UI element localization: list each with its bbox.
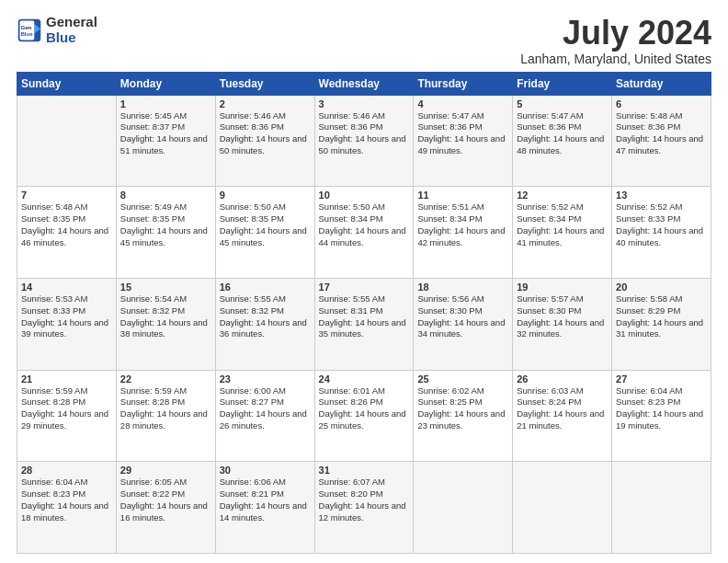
sunset-text: Sunset: 8:35 PM: [21, 213, 112, 225]
day-number: 31: [319, 465, 410, 476]
daylight-text: Daylight: 14 hours and 16 minutes.: [120, 500, 211, 524]
sunrise-text: Sunrise: 5:52 AM: [616, 201, 707, 213]
sunrise-text: Sunrise: 6:00 AM: [220, 385, 311, 397]
daylight-text: Daylight: 14 hours and 44 minutes.: [319, 225, 410, 249]
table-row: 18 Sunrise: 5:56 AM Sunset: 8:30 PM Dayl…: [414, 278, 513, 370]
day-number: 13: [616, 190, 707, 201]
sunset-text: Sunset: 8:35 PM: [220, 213, 311, 225]
sunrise-text: Sunrise: 5:45 AM: [120, 110, 211, 122]
sunset-text: Sunset: 8:26 PM: [319, 396, 410, 408]
daylight-text: Daylight: 14 hours and 48 minutes.: [517, 133, 608, 157]
month-title: July 2024: [520, 15, 711, 52]
cell-info: Sunrise: 6:07 AM Sunset: 8:20 PM Dayligh…: [319, 477, 410, 523]
logo: Gen Blue General Blue: [17, 15, 97, 45]
sunset-text: Sunset: 8:21 PM: [220, 488, 311, 500]
table-row: 28 Sunrise: 6:04 AM Sunset: 8:23 PM Dayl…: [17, 462, 117, 554]
cell-info: Sunrise: 6:04 AM Sunset: 8:23 PM Dayligh…: [616, 385, 707, 432]
sunrise-text: Sunrise: 6:04 AM: [616, 385, 707, 397]
sunset-text: Sunset: 8:35 PM: [120, 213, 211, 225]
cell-info: Sunrise: 5:46 AM Sunset: 8:36 PM Dayligh…: [319, 110, 410, 157]
sunrise-text: Sunrise: 6:04 AM: [21, 477, 112, 488]
sunrise-text: Sunrise: 5:47 AM: [517, 110, 608, 122]
table-row: 24 Sunrise: 6:01 AM Sunset: 8:26 PM Dayl…: [314, 370, 414, 462]
sunrise-text: Sunrise: 5:48 AM: [21, 201, 112, 213]
cell-info: Sunrise: 6:05 AM Sunset: 8:22 PM Dayligh…: [120, 477, 211, 523]
sunset-text: Sunset: 8:36 PM: [220, 121, 311, 133]
cell-info: Sunrise: 6:02 AM Sunset: 8:25 PM Dayligh…: [417, 385, 508, 432]
table-row: 10 Sunrise: 5:50 AM Sunset: 8:34 PM Dayl…: [314, 187, 414, 279]
col-wednesday: Wednesday: [314, 72, 414, 95]
daylight-text: Daylight: 14 hours and 38 minutes.: [120, 317, 211, 341]
sunset-text: Sunset: 8:32 PM: [220, 305, 311, 317]
cell-info: Sunrise: 5:50 AM Sunset: 8:34 PM Dayligh…: [319, 201, 410, 248]
daylight-text: Daylight: 14 hours and 46 minutes.: [21, 225, 112, 249]
cell-info: Sunrise: 5:58 AM Sunset: 8:29 PM Dayligh…: [616, 293, 707, 340]
cell-info: Sunrise: 5:56 AM Sunset: 8:30 PM Dayligh…: [417, 293, 508, 340]
col-saturday: Saturday: [612, 72, 711, 95]
sunset-text: Sunset: 8:28 PM: [21, 396, 112, 408]
table-row: 25 Sunrise: 6:02 AM Sunset: 8:25 PM Dayl…: [414, 370, 513, 462]
day-number: 18: [417, 282, 508, 293]
sunrise-text: Sunrise: 5:55 AM: [319, 293, 410, 305]
cell-info: Sunrise: 5:48 AM Sunset: 8:36 PM Dayligh…: [616, 110, 707, 157]
day-number: 11: [417, 190, 508, 201]
day-number: 17: [319, 282, 410, 293]
sunrise-text: Sunrise: 6:05 AM: [120, 477, 211, 488]
cell-info: Sunrise: 5:55 AM Sunset: 8:31 PM Dayligh…: [319, 293, 410, 340]
table-row: 30 Sunrise: 6:06 AM Sunset: 8:21 PM Dayl…: [215, 462, 314, 554]
day-number: 25: [417, 373, 508, 385]
col-tuesday: Tuesday: [215, 72, 314, 95]
sunset-text: Sunset: 8:25 PM: [417, 396, 508, 408]
day-number: 30: [220, 465, 311, 476]
table-row: [612, 462, 711, 554]
table-row: 22 Sunrise: 5:59 AM Sunset: 8:28 PM Dayl…: [116, 370, 215, 462]
sunset-text: Sunset: 8:34 PM: [319, 213, 410, 225]
day-number: 5: [517, 98, 608, 109]
table-row: 27 Sunrise: 6:04 AM Sunset: 8:23 PM Dayl…: [612, 370, 711, 462]
day-number: 16: [220, 282, 311, 293]
table-row: 8 Sunrise: 5:49 AM Sunset: 8:35 PM Dayli…: [116, 187, 215, 279]
daylight-text: Daylight: 14 hours and 45 minutes.: [120, 225, 211, 249]
sunset-text: Sunset: 8:36 PM: [417, 121, 508, 133]
daylight-text: Daylight: 14 hours and 50 minutes.: [220, 133, 311, 157]
sunset-text: Sunset: 8:23 PM: [21, 488, 112, 500]
day-number: 29: [120, 465, 211, 476]
sunset-text: Sunset: 8:34 PM: [517, 213, 608, 225]
sunset-text: Sunset: 8:36 PM: [517, 121, 608, 133]
daylight-text: Daylight: 14 hours and 21 minutes.: [517, 408, 608, 432]
daylight-text: Daylight: 14 hours and 23 minutes.: [417, 408, 508, 432]
cell-info: Sunrise: 5:45 AM Sunset: 8:37 PM Dayligh…: [120, 110, 211, 157]
daylight-text: Daylight: 14 hours and 25 minutes.: [319, 408, 410, 432]
sunrise-text: Sunrise: 6:06 AM: [220, 477, 311, 488]
daylight-text: Daylight: 14 hours and 42 minutes.: [417, 225, 508, 249]
sunset-text: Sunset: 8:36 PM: [616, 121, 707, 133]
logo-icon: Gen Blue: [17, 17, 42, 43]
cell-info: Sunrise: 5:50 AM Sunset: 8:35 PM Dayligh…: [220, 201, 311, 248]
sunrise-text: Sunrise: 5:46 AM: [220, 110, 311, 122]
location-title: Lanham, Maryland, United States: [520, 52, 711, 66]
daylight-text: Daylight: 14 hours and 50 minutes.: [319, 133, 410, 157]
table-row: [513, 462, 612, 554]
sunset-text: Sunset: 8:20 PM: [319, 488, 410, 500]
cell-info: Sunrise: 6:03 AM Sunset: 8:24 PM Dayligh…: [517, 385, 608, 432]
daylight-text: Daylight: 14 hours and 18 minutes.: [21, 500, 112, 524]
day-number: 1: [120, 98, 211, 109]
logo-general-text: General: [46, 15, 97, 30]
col-sunday: Sunday: [17, 72, 117, 95]
sunrise-text: Sunrise: 5:51 AM: [417, 201, 508, 213]
calendar-table: Sunday Monday Tuesday Wednesday Thursday…: [17, 72, 711, 554]
table-row: 4 Sunrise: 5:47 AM Sunset: 8:36 PM Dayli…: [414, 95, 513, 187]
cell-info: Sunrise: 5:47 AM Sunset: 8:36 PM Dayligh…: [417, 110, 508, 157]
day-number: 22: [120, 373, 211, 385]
cell-info: Sunrise: 5:46 AM Sunset: 8:36 PM Dayligh…: [220, 110, 311, 157]
logo-text: General Blue: [46, 15, 97, 45]
calendar-page: Gen Blue General Blue July 2024 Lanham, …: [0, 0, 728, 563]
table-row: 21 Sunrise: 5:59 AM Sunset: 8:28 PM Dayl…: [17, 370, 117, 462]
daylight-text: Daylight: 14 hours and 19 minutes.: [616, 408, 707, 432]
daylight-text: Daylight: 14 hours and 34 minutes.: [417, 317, 508, 341]
daylight-text: Daylight: 14 hours and 36 minutes.: [220, 317, 311, 341]
sunrise-text: Sunrise: 5:59 AM: [120, 385, 211, 397]
cell-info: Sunrise: 5:51 AM Sunset: 8:34 PM Dayligh…: [417, 201, 508, 248]
sunrise-text: Sunrise: 5:49 AM: [120, 201, 211, 213]
daylight-text: Daylight: 14 hours and 51 minutes.: [120, 133, 211, 157]
